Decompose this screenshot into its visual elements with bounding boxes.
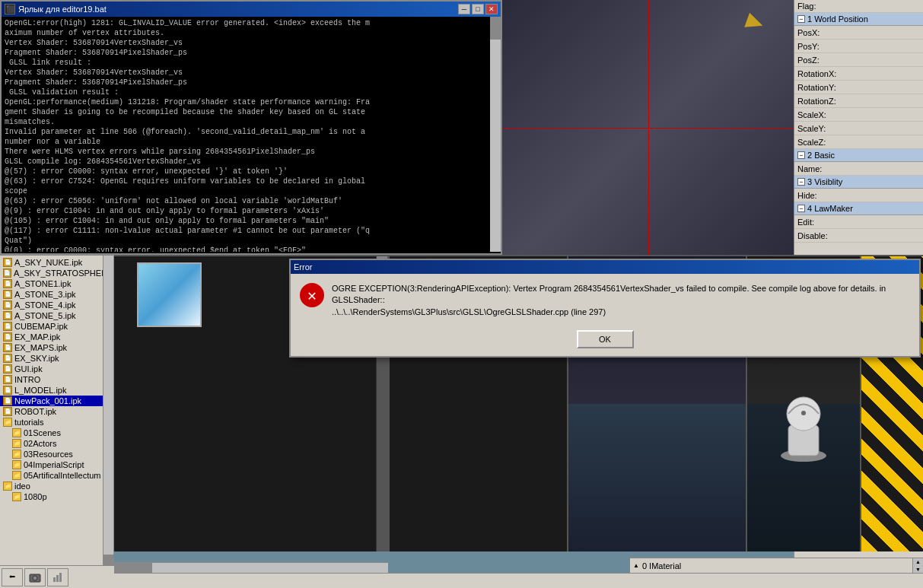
dialog-content: ✕ OGRE EXCEPTION(3:RenderingAPIException… — [291, 274, 919, 327]
dialog-line1: OGRE EXCEPTION(3:RenderingAPIException):… — [332, 283, 910, 307]
dialog-buttons: OK — [291, 327, 919, 356]
dialog-line2: ..\..\..\RenderSystems\GL3Plus\src\GLSL\… — [332, 307, 910, 318]
dialog-title: Error — [294, 262, 312, 272]
dialog-titlebar: Error — [291, 260, 919, 274]
error-dialog: Error ✕ OGRE EXCEPTION(3:RenderingAPIExc… — [289, 259, 921, 358]
ok-button[interactable]: OK — [577, 330, 634, 348]
dialog-overlay: Error ✕ OGRE EXCEPTION(3:RenderingAPIExc… — [0, 0, 923, 588]
dialog-message: OGRE EXCEPTION(3:RenderingAPIException):… — [332, 283, 910, 318]
error-icon: ✕ — [300, 283, 324, 307]
